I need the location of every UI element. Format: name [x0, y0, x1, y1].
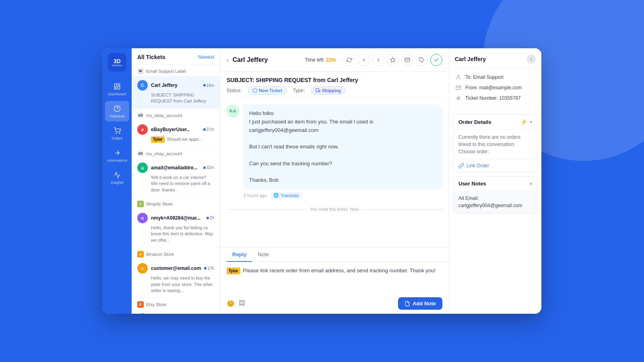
ticket-time-ebay: 21m: [203, 127, 214, 132]
contact-to: To: Email Support: [455, 74, 536, 81]
flash-icon: ⚡: [520, 119, 527, 125]
right-panel-header: Carl Jeffery i: [449, 48, 541, 69]
ticket-subject-ebay: Tylor Should we appo...: [151, 136, 214, 143]
store-icon-etsy: E: [137, 301, 144, 308]
prev-button[interactable]: [358, 54, 370, 66]
sidebar-nav: 3D sellers Dashboard Helpdesk Orders A: [103, 48, 132, 314]
logo-sellers: sellers: [112, 64, 122, 67]
user-notes-chevron: ▾: [530, 181, 532, 187]
store-name-shopify: Shopify Store: [146, 202, 173, 206]
orders-icon: [113, 126, 122, 135]
time-left-value: 22hr: [326, 57, 336, 63]
ticket-list-title: All Tickets: [137, 54, 165, 60]
message-meta-cj: 3 hours ago 🌐 Translate: [244, 192, 442, 199]
main-content: ‹ Carl Jeffery Time left: 22hr: [220, 48, 449, 314]
insights-label: Insights: [111, 181, 123, 185]
store-name-etsy: Etsy Store: [146, 302, 167, 307]
user-notes-card: User Notes ▾ Alt Email: carlgjeffery004@…: [453, 176, 537, 214]
avatar-ebay-buyer: e: [137, 124, 148, 135]
message-content-cj: Hello folks: I just purchased an item fr…: [244, 105, 442, 199]
sidebar-item-automations[interactable]: Automations: [105, 145, 129, 166]
ticket-item-nita[interactable]: N Nita Jones 17h I haven't heard from yo…: [132, 309, 220, 314]
logo-3d: 3D: [114, 58, 121, 64]
store-icon-ebay2: eb: [137, 150, 144, 157]
app-logo[interactable]: 3D sellers: [108, 53, 126, 72]
contact-from-text: From: mail@example.com: [465, 85, 522, 90]
tab-note[interactable]: Note: [252, 247, 274, 261]
helpdesk-label: Helpdesk: [109, 114, 125, 118]
ticket-time-nmyk: 2h: [206, 216, 214, 220]
reply-tabs: Reply Note: [220, 247, 449, 262]
type-value: Shipping: [322, 88, 341, 93]
avatar-amail: a: [137, 162, 148, 173]
info-button[interactable]: i: [527, 55, 536, 64]
sidebar-item-insights[interactable]: Insights: [105, 167, 129, 188]
ticket-item-nmyk[interactable]: n nmyk+A08284@mar... 2h Hello, thank you…: [132, 209, 220, 248]
order-details-empty-text: Currently there are no orders linked to …: [458, 134, 520, 154]
order-details-title: Order Details: [458, 119, 491, 125]
ticket-item-customer[interactable]: c customer@email.com 17h Hello, we may n…: [132, 259, 220, 298]
reply-input[interactable]: Tylor Please link recent order from emai…: [220, 262, 449, 294]
store-label-amazon: A Amazon Store: [132, 248, 220, 259]
translate-button[interactable]: 🌐 Translate: [270, 192, 302, 199]
svg-rect-3: [114, 88, 116, 89]
status-badge[interactable]: New Ticket: [248, 86, 286, 95]
order-details-header[interactable]: Order Details ⚡ ▾: [454, 115, 537, 129]
message-bubble-cj: C.J. Hello folks: I just purchased an it…: [227, 105, 442, 199]
status-label: Status:: [227, 88, 242, 93]
star-button[interactable]: [387, 54, 399, 66]
automations-icon: [113, 148, 122, 157]
link-order-button[interactable]: Link Order: [454, 159, 537, 172]
next-button[interactable]: [372, 54, 384, 66]
ticket-item-carl[interactable]: C Carl Jeffery 16m SUBJECT: SHIPPING REQ…: [132, 76, 220, 109]
resolve-button[interactable]: [430, 54, 442, 66]
svg-point-13: [316, 91, 318, 93]
avatar-nita: N: [137, 313, 148, 314]
user-notes-header[interactable]: User Notes ▾: [454, 177, 537, 191]
contact-ticket-num: Ticket Number: 10355787: [455, 95, 536, 102]
right-panel: Carl Jeffery i To: Email Support From: m…: [449, 48, 541, 314]
ticket-list-header: All Tickets Newest: [132, 48, 220, 65]
chevron-down-icon: ▾: [530, 119, 532, 125]
subject-text: SUBJECT: SHIPPING REQUEST from Carl Jeff…: [227, 77, 442, 83]
image-button[interactable]: 🖼: [239, 300, 245, 307]
store-name-amazon: Amazon Store: [146, 252, 174, 257]
reply-tools: 😊 🖼: [227, 300, 245, 307]
mail-button[interactable]: [401, 54, 413, 66]
emoji-button[interactable]: 😊: [227, 300, 235, 307]
store-label-etsy: E Etsy Store: [132, 298, 220, 309]
avatar-customer: c: [137, 263, 148, 274]
sidebar-item-dashboard[interactable]: Dashboard: [105, 79, 129, 99]
svg-rect-11: [316, 89, 319, 92]
store-name-ebay: my_ebay_account: [146, 113, 182, 118]
translate-icon: 🌐: [273, 193, 279, 198]
automations-label: Automations: [107, 158, 127, 162]
conversation-header: ‹ Carl Jeffery Time left: 22hr: [220, 48, 449, 72]
ticket-list-sort[interactable]: Newest: [198, 54, 214, 60]
sidebar-item-helpdesk[interactable]: Helpdesk: [105, 101, 129, 121]
back-button[interactable]: ‹: [227, 57, 229, 63]
read-divider-text: You read this ticket. Now: [310, 207, 359, 212]
tag-button[interactable]: [416, 54, 428, 66]
svg-point-7: [119, 133, 120, 134]
svg-point-15: [458, 75, 460, 77]
contact-to-text: To: Email Support: [465, 74, 504, 80]
type-badge[interactable]: Shipping: [311, 86, 345, 95]
ticket-sender-amail: amail@emailaddre...: [151, 165, 200, 171]
tab-reply[interactable]: Reply: [227, 247, 252, 261]
sidebar-item-orders[interactable]: Orders: [105, 123, 129, 144]
helpdesk-icon: [113, 104, 122, 113]
ticket-sender-ebay: eBayBuyerUser..: [151, 127, 200, 132]
dashboard-icon: [113, 82, 122, 91]
add-note-label: Add Note: [413, 300, 436, 306]
ticket-item-amail[interactable]: a amail@emailaddre... 32m Will it work o…: [132, 158, 220, 197]
alt-email-value: carlgjeffery004@geemail.com: [458, 203, 522, 208]
reply-tag: Tylor: [227, 267, 240, 274]
ticket-item-ebay-buyer[interactable]: e eBayBuyerUser.. 21m Tylor Should we ap…: [132, 120, 220, 147]
svg-rect-0: [114, 84, 116, 86]
status-row: Status: New Ticket Type: Shipping: [227, 86, 442, 95]
add-note-button[interactable]: Add Note: [398, 297, 442, 310]
refresh-button[interactable]: [343, 54, 355, 66]
reply-footer: 😊 🖼 Add Note: [220, 294, 449, 314]
ticket-time-amail: 32m: [203, 165, 214, 170]
